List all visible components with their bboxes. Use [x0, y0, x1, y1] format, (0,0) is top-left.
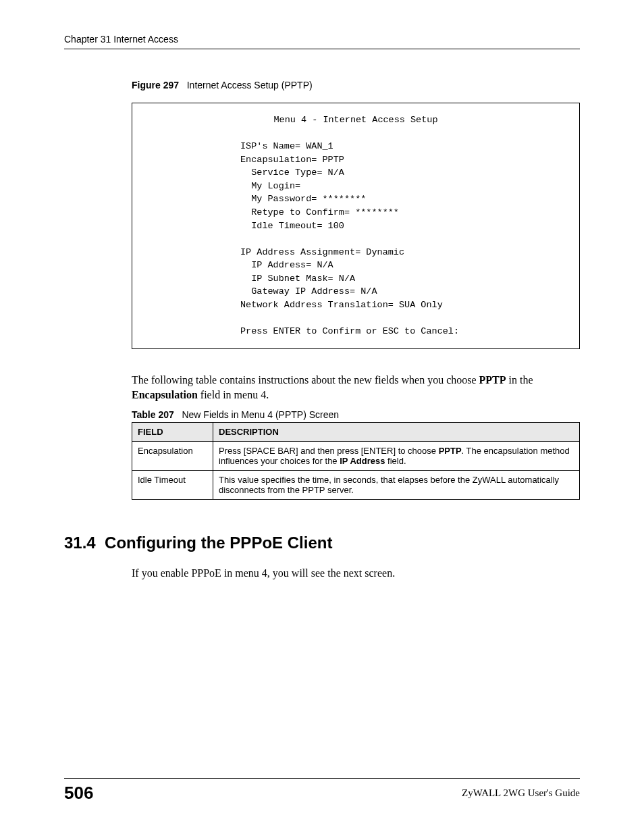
page-header: Chapter 31 Internet Access: [64, 34, 580, 49]
code-body: ISP's Name= WAN_1 Encapsulation= PPTP Se…: [132, 127, 579, 338]
page-footer: 506 ZyWALL 2WG User's Guide: [64, 778, 580, 804]
table-header-field: FIELD: [132, 423, 213, 442]
page-number: 506: [64, 783, 93, 804]
section-title: Configuring the PPPoE Client: [105, 533, 332, 552]
paragraph-body: If you enable PPPoE in menu 4, you will …: [132, 566, 580, 581]
table-row: Idle Timeout This value specifies the ti…: [132, 471, 580, 500]
table-cell-desc: Press [SPACE BAR] and then press [ENTER]…: [213, 442, 580, 471]
table-label: Table 207: [132, 409, 174, 420]
table-text: New Fields in Menu 4 (PPTP) Screen: [182, 409, 339, 420]
figure-text: Internet Access Setup (PPTP): [187, 80, 313, 90]
section-heading: 31.4 Configuring the PPPoE Client: [64, 533, 580, 552]
table-cell-field: Idle Timeout: [132, 471, 213, 500]
table-cell-field: Encapsulation: [132, 442, 213, 471]
figure-caption: Figure 297 Internet Access Setup (PPTP): [132, 80, 580, 90]
fields-table: FIELD DESCRIPTION Encapsulation Press [S…: [132, 422, 580, 500]
code-box: Menu 4 - Internet Access Setup ISP's Nam…: [132, 103, 580, 349]
table-caption: Table 207 New Fields in Menu 4 (PPTP) Sc…: [132, 409, 580, 420]
guide-name: ZyWALL 2WG User's Guide: [462, 787, 580, 799]
table-cell-desc: This value specifies the time, in second…: [213, 471, 580, 500]
paragraph-intro: The following table contains instruction…: [132, 373, 580, 403]
table-row: Encapsulation Press [SPACE BAR] and then…: [132, 442, 580, 471]
table-header-description: DESCRIPTION: [213, 423, 580, 442]
figure-label: Figure 297: [132, 80, 179, 90]
code-title: Menu 4 - Internet Access Setup: [132, 113, 579, 127]
section-number: 31.4: [64, 533, 96, 552]
